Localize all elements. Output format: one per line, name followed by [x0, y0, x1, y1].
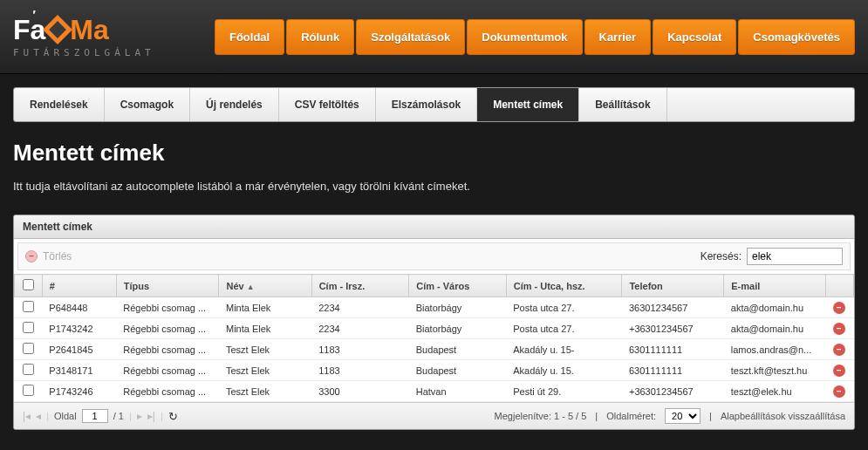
table-row[interactable]: P3148171Régebbi csomag ...Teszt Elek1183… [15, 360, 854, 381]
cell-id: P648448 [42, 297, 116, 318]
toolbar: – Törlés Keresés: [17, 242, 851, 270]
cell-id: P1743246 [42, 381, 116, 402]
col-checkbox [15, 275, 43, 297]
main-nav: Főoldal Rólunk Szolgáltatások Dokumentum… [215, 19, 855, 55]
cell-name: Teszt Elek [219, 360, 311, 381]
page-label: Oldal [54, 411, 77, 421]
page-size-label: Oldalméret: [606, 411, 656, 421]
cell-phone: 6301111111 [622, 360, 724, 381]
nav-dokumentumok[interactable]: Dokumentumok [467, 19, 582, 55]
col-zip[interactable]: Cím - Irsz. [311, 275, 409, 297]
page-description: Itt tudja eltávolítani az autocomplete l… [13, 180, 855, 193]
select-all-checkbox[interactable] [23, 279, 34, 290]
tab-csv-feltoltes[interactable]: CSV feltöltés [279, 88, 376, 121]
cell-id: P2641845 [42, 339, 116, 360]
col-email[interactable]: E-mail [724, 275, 826, 297]
nav-fooldal[interactable]: Főoldal [215, 19, 284, 55]
panel: Mentett címek – Törlés Keresés: # Típus … [13, 215, 855, 430]
delete-button[interactable]: – Törlés [25, 250, 72, 262]
cell-zip: 2234 [311, 297, 409, 318]
sub-nav: Rendelések Csomagok Új rendelés CSV felt… [13, 87, 855, 122]
search-input[interactable] [747, 248, 843, 265]
cell-name: Minta Elek [219, 318, 311, 339]
tab-csomagok[interactable]: Csomagok [105, 88, 190, 121]
row-checkbox[interactable] [23, 364, 34, 375]
cell-email: lamos.andras@n... [724, 339, 826, 360]
row-delete-icon[interactable]: – [833, 344, 845, 356]
col-phone[interactable]: Telefon [622, 275, 724, 297]
cell-street: Posta utca 27. [506, 318, 622, 339]
header: Fa′Ma Futárszolgálat Főoldal Rólunk Szol… [0, 0, 868, 74]
table-row[interactable]: P1743246Régebbi csomag ...Teszt Elek3300… [15, 381, 854, 402]
row-checkbox[interactable] [23, 301, 34, 312]
logo[interactable]: Fa′Ma Futárszolgálat [13, 16, 155, 58]
refresh-icon[interactable]: ↻ [168, 410, 178, 423]
col-type[interactable]: Típus [116, 275, 219, 297]
row-checkbox[interactable] [23, 322, 34, 333]
delete-icon: – [25, 250, 38, 262]
nav-rolunk[interactable]: Rólunk [286, 19, 354, 55]
cell-type: Régebbi csomag ... [116, 339, 219, 360]
cell-name: Teszt Elek [219, 381, 311, 402]
cell-city: Biatorbágy [409, 318, 507, 339]
cell-name: Minta Elek [219, 297, 311, 318]
page-title: Mentett címek [13, 140, 855, 167]
cell-email: teszt@elek.hu [724, 381, 826, 402]
last-page-icon[interactable]: ▸| [147, 410, 155, 422]
cell-type: Régebbi csomag ... [116, 297, 219, 318]
cell-phone: +36301234567 [622, 318, 724, 339]
next-page-icon[interactable]: ▸ [137, 410, 142, 422]
search-label: Keresés: [701, 250, 742, 262]
table-row[interactable]: P2641845Régebbi csomag ...Teszt Elek1183… [15, 339, 854, 360]
cell-type: Régebbi csomag ... [116, 360, 219, 381]
logo-text: Fa′Ma [13, 16, 155, 44]
table-row[interactable]: P648448Régebbi csomag ...Minta Elek2234B… [15, 297, 854, 318]
cell-id: P1743242 [42, 318, 116, 339]
cell-street: Akadály u. 15- [506, 339, 622, 360]
row-checkbox[interactable] [23, 385, 34, 396]
cell-street: Pesti út 29. [506, 381, 622, 402]
col-name[interactable]: Név ▲ [219, 275, 311, 297]
nav-karrier[interactable]: Karrier [584, 19, 652, 55]
tab-elszamolasok[interactable]: Elszámolások [376, 88, 477, 121]
cell-phone: +36301234567 [622, 381, 724, 402]
first-page-icon[interactable]: |◂ [23, 410, 31, 422]
cell-street: Posta utca 27. [506, 297, 622, 318]
nav-kapcsolat[interactable]: Kapcsolat [653, 19, 736, 55]
cell-email: teszt.kft@teszt.hu [724, 360, 826, 381]
tab-uj-rendeles[interactable]: Új rendelés [190, 88, 279, 121]
page-input[interactable] [82, 409, 108, 423]
cell-zip: 3300 [311, 381, 409, 402]
cell-type: Régebbi csomag ... [116, 318, 219, 339]
reset-settings-link[interactable]: Alapbeállítások visszaállítása [721, 411, 845, 421]
row-checkbox[interactable] [23, 343, 34, 354]
page-size-select[interactable]: 20 [665, 408, 701, 424]
nav-csomagkovetes[interactable]: Csomagkövetés [738, 19, 855, 55]
prev-page-icon[interactable]: ◂ [36, 410, 41, 422]
cell-email: akta@domain.hu [724, 297, 826, 318]
col-id[interactable]: # [42, 275, 116, 297]
content: Rendelések Csomagok Új rendelés CSV felt… [0, 74, 868, 443]
panel-header: Mentett címek [14, 215, 854, 239]
cell-zip: 2234 [311, 318, 409, 339]
row-delete-icon[interactable]: – [833, 365, 845, 377]
table-row[interactable]: P1743242Régebbi csomag ...Minta Elek2234… [15, 318, 854, 339]
tab-mentett-cimek[interactable]: Mentett címek [477, 88, 579, 121]
cell-city: Hatvan [409, 381, 507, 402]
cell-phone: 6301111111 [622, 339, 724, 360]
nav-szolgaltatasok[interactable]: Szolgáltatások [356, 19, 465, 55]
cell-phone: 36301234567 [622, 297, 724, 318]
col-street[interactable]: Cím - Utca, hsz. [506, 275, 622, 297]
row-delete-icon[interactable]: – [833, 302, 845, 314]
display-info: Megjelenítve: 1 - 5 / 5 [495, 411, 587, 421]
cell-id: P3148171 [42, 360, 116, 381]
row-delete-icon[interactable]: – [833, 385, 845, 398]
page-total: / 1 [113, 411, 124, 421]
logo-subtitle: Futárszolgálat [13, 47, 155, 58]
row-delete-icon[interactable]: – [833, 323, 845, 335]
col-city[interactable]: Cím - Város [409, 275, 507, 297]
tab-rendelesek[interactable]: Rendelések [14, 88, 105, 121]
col-actions [826, 275, 854, 297]
data-table: # Típus Név ▲ Cím - Irsz. Cím - Város Cí… [14, 274, 854, 402]
tab-beallitasok[interactable]: Beállítások [579, 88, 666, 121]
